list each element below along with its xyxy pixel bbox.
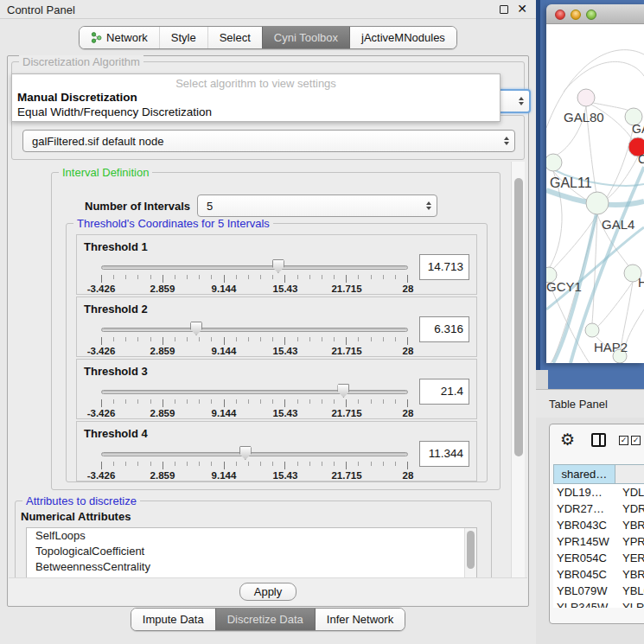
tick-label: 21.715 bbox=[331, 408, 361, 418]
slider-thumb[interactable] bbox=[239, 446, 252, 460]
table-row[interactable]: YDR27…YDR2 bbox=[553, 501, 644, 517]
slider-ticks bbox=[101, 399, 408, 407]
checkbox-icon[interactable]: ✓ bbox=[631, 436, 641, 445]
discretization-algorithm-label: Discretization Algorithm bbox=[19, 55, 143, 68]
interval-definition-group: Interval Definition Number of Intervals … bbox=[51, 172, 501, 490]
settings-scroll-area: Interval Definition Number of Intervals … bbox=[11, 162, 525, 580]
node-label: GAL4 bbox=[602, 217, 634, 232]
tab-network[interactable]: Network bbox=[80, 27, 159, 48]
attributes-group: Attributes to discretize Numerical Attri… bbox=[15, 501, 492, 580]
node-label: HAP2 bbox=[594, 340, 628, 354]
cell-shared-name: YDL19… bbox=[553, 484, 615, 501]
node-label: GAL11 bbox=[550, 175, 592, 190]
gear-icon[interactable]: ⚙ bbox=[560, 430, 575, 450]
table-row[interactable]: YLR345WYLR3 bbox=[553, 599, 644, 608]
cell-name: YDR2 bbox=[615, 501, 644, 517]
scrollbar-thumb[interactable] bbox=[514, 178, 523, 456]
cell-name: YER0 bbox=[615, 550, 644, 566]
cell-name: YLR3 bbox=[615, 599, 644, 608]
threshold-4-value-field[interactable]: 11.344 bbox=[419, 441, 469, 467]
settings-vertical-scrollbar[interactable] bbox=[511, 162, 525, 580]
table-row[interactable]: YBL079WYBL0 bbox=[553, 583, 644, 599]
network-canvas[interactable]: GAL80 GA C GAL11 GAL4 GCY1 H HAP2 bbox=[546, 24, 644, 363]
tick-label: 28 bbox=[403, 408, 414, 418]
column-header-shared[interactable]: shared… bbox=[554, 465, 615, 483]
table-row[interactable]: YBR043CYBR0 bbox=[553, 517, 644, 533]
checkbox-icon[interactable]: ✓ bbox=[619, 436, 628, 445]
threshold-1-slider: -3.4262.8599.14415.4321.71528 bbox=[101, 259, 408, 294]
slider-thumb[interactable] bbox=[272, 259, 284, 273]
threshold-4-slider: -3.4262.8599.14415.4321.71528 bbox=[101, 446, 408, 481]
split-column-icon[interactable] bbox=[591, 433, 606, 447]
tick-label: 28 bbox=[403, 346, 414, 356]
node-table: shared… n YDL19…YDL1YDR27…YDR2YBR043CYBR… bbox=[553, 464, 644, 608]
table-panel-body: ⚙ ✓ ✓ shared… n YDL19…YDL1YDR27…YDR2YBR0… bbox=[536, 418, 644, 644]
attribute-list-item[interactable]: SelfLoops bbox=[27, 528, 476, 544]
apply-button[interactable]: Apply bbox=[239, 583, 296, 601]
node-gal80[interactable] bbox=[577, 89, 595, 106]
tick-label: 15.43 bbox=[273, 284, 298, 294]
tab-impute-data[interactable]: Impute Data bbox=[131, 609, 215, 630]
tick-label: -3.426 bbox=[87, 470, 116, 481]
tick-label: 21.715 bbox=[331, 284, 361, 294]
slider-tick-labels: -3.4262.8599.14415.4321.71528 bbox=[101, 470, 408, 482]
cell-shared-name: YBL079W bbox=[553, 583, 615, 599]
node-label: H bbox=[638, 275, 644, 290]
slider-ticks bbox=[101, 462, 408, 469]
combo-arrows-icon bbox=[504, 137, 509, 145]
slider-thumb[interactable] bbox=[190, 322, 202, 335]
tab-cyni-toolbox[interactable]: Cyni Toolbox bbox=[262, 27, 349, 48]
zoom-traffic-light[interactable] bbox=[586, 10, 596, 20]
slider-track[interactable] bbox=[101, 328, 408, 332]
slider-track[interactable] bbox=[101, 390, 408, 394]
tab-discretize-data[interactable]: Discretize Data bbox=[215, 609, 315, 630]
close-icon[interactable]: ✕ bbox=[517, 2, 527, 16]
network-window-titlebar[interactable] bbox=[546, 4, 644, 24]
slider-track[interactable] bbox=[101, 265, 408, 270]
cell-shared-name: YER054C bbox=[553, 550, 615, 566]
number-of-intervals-combobox[interactable]: 5 bbox=[197, 194, 437, 217]
table-row[interactable]: YER054CYER0 bbox=[553, 550, 644, 566]
slider-thumb[interactable] bbox=[337, 384, 349, 398]
node-gal4[interactable] bbox=[586, 192, 609, 214]
attributes-scrollbar[interactable] bbox=[464, 528, 476, 580]
tab-network-label: Network bbox=[106, 31, 148, 44]
combo-arrows-icon bbox=[519, 97, 524, 105]
algorithm-placeholder-item[interactable]: Select algorithm to view settings bbox=[12, 74, 500, 90]
table-data-value: galFiltered.sif default node bbox=[32, 135, 163, 148]
cell-name: YBR0 bbox=[615, 517, 644, 533]
tab-select[interactable]: Select bbox=[207, 27, 262, 48]
column-header-name[interactable]: n bbox=[615, 465, 644, 483]
minimize-traffic-light[interactable] bbox=[571, 10, 581, 20]
table-panel-title: Table Panel bbox=[549, 398, 608, 411]
table-data-combobox[interactable]: galFiltered.sif default node bbox=[22, 130, 515, 152]
close-traffic-light[interactable] bbox=[555, 10, 565, 20]
tick-label: 15.43 bbox=[273, 470, 298, 481]
attribute-list-item[interactable]: BetweennessCentrality bbox=[27, 559, 476, 575]
bottom-tab-group: Impute Data Discretize Data Infer Networ… bbox=[131, 608, 405, 631]
tab-infer-network[interactable]: Infer Network bbox=[315, 609, 405, 630]
threshold-2-value-field[interactable]: 6.316 bbox=[419, 316, 469, 342]
table-row[interactable]: YPR145WYPR1 bbox=[553, 533, 644, 550]
table-rows: YDL19…YDL1YDR27…YDR2YBR043CYBR0YPR145WYP… bbox=[553, 484, 644, 608]
node-gal11[interactable] bbox=[546, 154, 562, 171]
slider-track[interactable] bbox=[101, 452, 408, 456]
bottom-tab-bar: Impute Data Discretize Data Infer Networ… bbox=[0, 608, 536, 631]
split-pane-divider[interactable] bbox=[536, 370, 548, 389]
node-hap2[interactable] bbox=[585, 323, 599, 337]
table-row[interactable]: YBR045CYBR0 bbox=[553, 566, 644, 583]
tick-label: 2.859 bbox=[150, 346, 175, 356]
table-row[interactable]: YDL19…YDL1 bbox=[553, 484, 644, 501]
algorithm-item-manual[interactable]: Manual Discretization bbox=[12, 90, 500, 105]
cell-shared-name: YBR043C bbox=[553, 517, 615, 533]
tab-jactivemnodules[interactable]: jActiveMNodules bbox=[349, 27, 456, 48]
algorithm-item-equal-width[interactable]: Equal Width/Frequency Discretization bbox=[12, 105, 500, 119]
float-icon[interactable] bbox=[500, 5, 508, 14]
attribute-list-item[interactable]: TopologicalCoefficient bbox=[27, 544, 476, 559]
threshold-1-value-field[interactable]: 14.713 bbox=[419, 254, 469, 280]
node-label: GA bbox=[632, 122, 644, 136]
cell-name: YBR0 bbox=[615, 566, 644, 583]
threshold-3-value-field[interactable]: 21.4 bbox=[419, 379, 469, 405]
tab-style[interactable]: Style bbox=[159, 27, 207, 48]
tab-style-label: Style bbox=[171, 31, 196, 44]
